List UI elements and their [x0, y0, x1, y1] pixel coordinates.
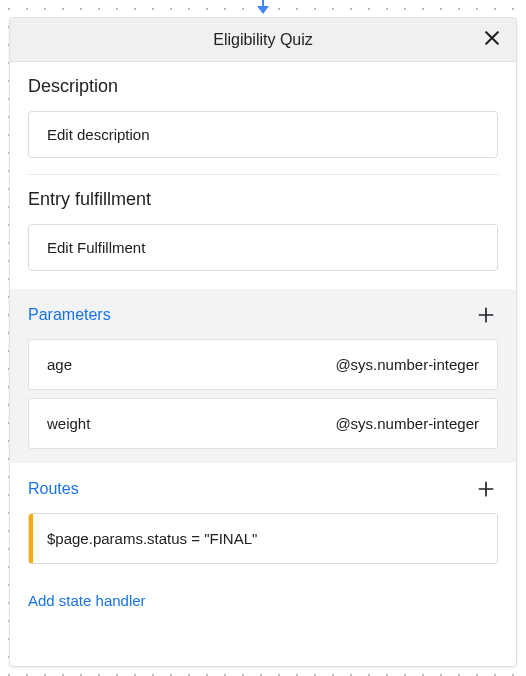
parameters-title[interactable]: Parameters	[28, 306, 111, 324]
svg-marker-1	[257, 6, 269, 14]
add-parameter-button[interactable]	[474, 303, 498, 327]
routes-title[interactable]: Routes	[28, 480, 79, 498]
add-route-button[interactable]	[474, 477, 498, 501]
parameters-header: Parameters	[28, 303, 498, 327]
route-expression: $page.params.status = "FINAL"	[33, 514, 271, 563]
plus-icon	[476, 305, 496, 325]
parameter-name: age	[47, 356, 72, 373]
edit-fulfillment-field[interactable]: Edit Fulfillment	[28, 224, 498, 271]
parameter-row[interactable]: weight @sys.number-integer	[28, 398, 498, 449]
parameters-section: Parameters age @sys.number-integer weigh…	[10, 289, 516, 463]
panel-title: Eligibility Quiz	[213, 31, 313, 49]
parameter-type: @sys.number-integer	[335, 356, 479, 373]
flow-canvas: Eligibility Quiz Description Edit descri…	[0, 0, 526, 676]
close-icon	[482, 28, 502, 52]
panel-header: Eligibility Quiz	[10, 18, 516, 62]
description-section: Description Edit description	[10, 62, 516, 174]
description-label: Description	[28, 76, 498, 97]
page-panel: Eligibility Quiz Description Edit descri…	[9, 17, 517, 667]
routes-header: Routes	[28, 477, 498, 501]
parameter-type: @sys.number-integer	[335, 415, 479, 432]
panel-body: Description Edit description Entry fulfi…	[10, 62, 516, 624]
routes-section: Routes $page.params.status = "FINAL"	[10, 463, 516, 578]
plus-icon	[476, 479, 496, 499]
route-row[interactable]: $page.params.status = "FINAL"	[28, 513, 498, 564]
add-state-handler-link[interactable]: Add state handler	[28, 592, 146, 609]
incoming-arrow-icon	[254, 0, 272, 14]
parameter-row[interactable]: age @sys.number-integer	[28, 339, 498, 390]
entry-fulfillment-section: Entry fulfillment Edit Fulfillment	[10, 175, 516, 287]
close-button[interactable]	[480, 28, 504, 52]
add-state-handler-row: Add state handler	[10, 578, 516, 624]
edit-description-field[interactable]: Edit description	[28, 111, 498, 158]
parameter-name: weight	[47, 415, 90, 432]
entry-fulfillment-label: Entry fulfillment	[28, 189, 498, 210]
